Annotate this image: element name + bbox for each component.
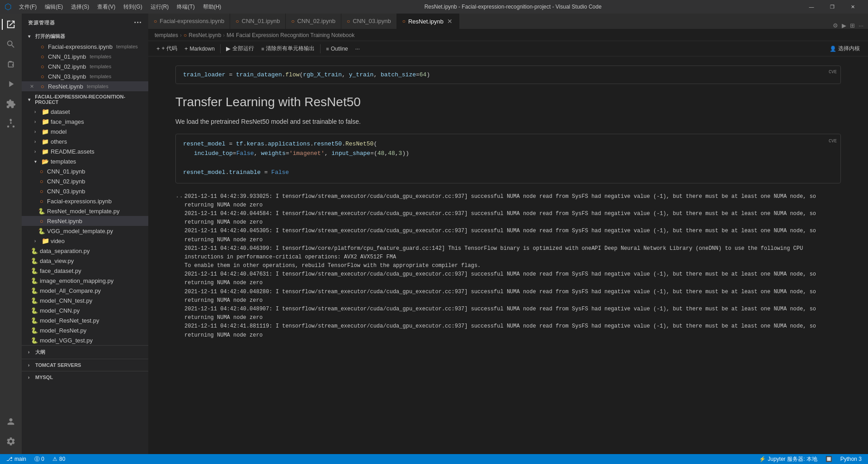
menu-view[interactable]: 查看(V)	[94, 2, 119, 12]
status-errors[interactable]: ⚠ 80	[51, 456, 67, 462]
activity-test[interactable]	[2, 115, 20, 133]
tree-face-dataset[interactable]: 🐍 face_dataset.py	[22, 266, 148, 276]
tree-model-cnn[interactable]: 🐍 model_CNN.py	[22, 305, 148, 315]
open-file-cnn02[interactable]: ○ CNN_02.ipynb templates	[22, 61, 148, 71]
add-markdown-button[interactable]: + Markdown	[181, 44, 218, 53]
open-file-facial[interactable]: ○ Facial-expressions.ipynb templates	[22, 42, 148, 52]
python-icon: 🐍	[31, 247, 38, 254]
tree-data-separation[interactable]: 🐍 data_separation.py	[22, 246, 148, 256]
output-line-8: 2021-12-11 04:42:40.048907: I tensorflow…	[184, 305, 841, 322]
status-branch[interactable]: ⎇ main	[5, 456, 28, 462]
settings-icon[interactable]: ⚙	[833, 22, 838, 29]
python-icon: 🐍	[38, 227, 45, 234]
more-icon[interactable]: ···	[859, 22, 863, 29]
maximize-button[interactable]: ❐	[822, 0, 843, 14]
mysql-toggle[interactable]: › MYSQL	[22, 373, 148, 382]
python-icon: 🐍	[31, 267, 38, 274]
tab-facial[interactable]: ○ Facial-expressions.ipynb	[148, 14, 230, 29]
breadcrumb-section[interactable]: Facial Expression Recognition Training N…	[236, 32, 354, 38]
project-toggle[interactable]: ▾ FACIAL-EXPRESSION-RECOGNITION-PROJECT	[22, 92, 148, 107]
tree-dataset[interactable]: › 📁 dataset	[22, 107, 148, 117]
run-all-button[interactable]: ▶ 全部运行	[222, 43, 258, 54]
tab-close-button[interactable]: ✕	[446, 18, 453, 25]
tree-model[interactable]: › 📁 model	[22, 127, 148, 136]
sidebar-content: ▾ 打开的编辑器 ○ Facial-expressions.ipynb temp…	[22, 30, 148, 454]
tree-image-emotion[interactable]: 🐍 image_emotion_mapping.py	[22, 276, 148, 286]
menu-select[interactable]: 选择(S)	[67, 2, 93, 12]
breadcrumb-file[interactable]: ResNet.ipynb	[189, 32, 221, 38]
activity-scm[interactable]	[2, 55, 20, 73]
activity-explorer[interactable]	[2, 15, 20, 33]
outline-button[interactable]: ≡ Outline	[322, 44, 351, 53]
activity-run[interactable]	[2, 75, 20, 93]
code-cell-top: train_loader = train_datagen.flow(rgb_X_…	[175, 66, 841, 84]
tab-cnn01[interactable]: ○ CNN_01.ipynb	[230, 14, 286, 29]
tree-templates[interactable]: ▾ 📂 templates	[22, 156, 148, 166]
clear-output-button[interactable]: ≡ 清除所有单元格输出	[258, 43, 318, 54]
activity-extensions[interactable]	[2, 95, 20, 113]
tree-data-view[interactable]: 🐍 data_view.py	[22, 256, 148, 266]
menu-run[interactable]: 运行(R)	[147, 2, 173, 12]
tab-cnn03[interactable]: ○ CNN_03.ipynb	[341, 14, 397, 29]
output-line-5: To enable them in other operations, rebu…	[184, 262, 841, 270]
tree-resnet-model-template[interactable]: 🐍 ResNet_model_template.py	[22, 206, 148, 216]
tree-cnn03-ipynb[interactable]: ○ CNN_03.ipynb	[22, 186, 148, 196]
split-editor-icon[interactable]: ⊞	[850, 22, 855, 29]
menu-edit[interactable]: 编辑(E)	[41, 2, 66, 12]
breadcrumb-templates[interactable]: templates	[155, 32, 178, 38]
select-kernel-button[interactable]: 👤 选择内核	[826, 43, 863, 54]
open-editors-toggle[interactable]: ▾ 打开的编辑器	[22, 31, 148, 42]
menu-file[interactable]: 文件(F)	[15, 2, 40, 12]
status-jupyter[interactable]: ⚡ Jupyter 服务器: 本地	[757, 455, 819, 463]
tree-readme-assets[interactable]: › 📁 README.assets	[22, 146, 148, 156]
tree-cnn02-ipynb[interactable]: ○ CNN_02.ipynb	[22, 176, 148, 186]
tree-resnet-ipynb[interactable]: ○ ResNet.ipynb	[22, 216, 148, 226]
menu-goto[interactable]: 转到(G)	[120, 2, 146, 12]
tree-face-images[interactable]: › 📁 face_images	[22, 117, 148, 127]
tab-cnn02[interactable]: ○ CNN_02.ipynb	[286, 14, 341, 29]
more-button[interactable]: ···	[352, 44, 363, 53]
breadcrumb-sep2: ›	[223, 32, 225, 38]
tree-others[interactable]: › 📁 others	[22, 136, 148, 146]
tree-vgg-model-template[interactable]: 🐍 VGG_model_template.py	[22, 226, 148, 236]
folder-icon: 📁	[42, 237, 49, 244]
minimize-button[interactable]: —	[801, 0, 822, 14]
branch-icon: ⎇	[6, 456, 13, 462]
tree-video[interactable]: › 📁 video	[22, 236, 148, 246]
window-controls[interactable]: — ❐ ✕	[801, 0, 863, 14]
open-file-cnn03[interactable]: ○ CNN_03.ipynb templates	[22, 71, 148, 81]
open-file-cnn01[interactable]: ○ CNN_01.ipynb templates	[22, 52, 148, 61]
tree-model-resnet-test[interactable]: 🐍 model_ResNet_test.py	[22, 315, 148, 325]
sidebar: 资源管理器 ··· ▾ 打开的编辑器 ○ Facial-expressions.…	[22, 14, 148, 454]
activity-account[interactable]	[2, 412, 20, 431]
tree-facial-expressions-ipynb[interactable]: ○ Facial-expressions.ipynb	[22, 196, 148, 206]
tab-resnet[interactable]: ○ ResNet.ipynb ✕	[397, 14, 459, 29]
status-python[interactable]: 🔲	[824, 456, 834, 462]
markdown-heading-cell: Transfer Learning with ResNet50 We load …	[175, 95, 841, 127]
tree-model-vgg-test[interactable]: 🐍 model_VGG_test.py	[22, 335, 148, 345]
menu-bar[interactable]: 文件(F) 编辑(E) 选择(S) 查看(V) 转到(G) 运行(R) 终端(T…	[15, 2, 225, 12]
open-file-resnet[interactable]: ✕ ○ ResNet.ipynb templates	[22, 81, 148, 91]
jupyter-icon: ○	[38, 197, 45, 205]
tree-cnn01-ipynb[interactable]: ○ CNN_01.ipynb	[22, 166, 148, 176]
code-block-resnet[interactable]: resnet_model = tf.keras.applications.res…	[175, 134, 841, 183]
tomcat-toggle[interactable]: › TOMCAT SERVERS	[22, 361, 148, 370]
status-sync[interactable]: ⓪ 0	[33, 455, 46, 463]
menu-help[interactable]: 帮助(H)	[199, 2, 225, 12]
outline-toggle[interactable]: › 大纲	[22, 347, 148, 357]
tree-model-resnet[interactable]: 🐍 model_ResNet.py	[22, 325, 148, 335]
sidebar-more-button[interactable]: ···	[134, 18, 142, 28]
code-block-top[interactable]: train_loader = train_datagen.flow(rgb_X_…	[175, 66, 841, 84]
activity-search[interactable]	[2, 35, 20, 53]
status-kernel[interactable]: Python 3	[839, 456, 863, 462]
tab-right-controls: ⚙ ▶ ⊞ ···	[828, 22, 868, 29]
add-code-button[interactable]: + + 代码	[153, 43, 181, 54]
status-bar: ⎇ main ⓪ 0 ⚠ 80 ⚡ Jupyter 服务器: 本地 🔲 Pyth…	[0, 454, 868, 464]
activity-settings[interactable]	[2, 432, 20, 450]
run-icon[interactable]: ▶	[842, 22, 846, 29]
tree-model-cnn-test[interactable]: 🐍 model_CNN_test.py	[22, 295, 148, 305]
tree-model-all-compare[interactable]: 🐍 model_All_Compare.py	[22, 286, 148, 295]
python-icon: 🐍	[38, 207, 45, 215]
close-button[interactable]: ✕	[843, 0, 863, 14]
menu-terminal[interactable]: 终端(T)	[173, 2, 198, 12]
